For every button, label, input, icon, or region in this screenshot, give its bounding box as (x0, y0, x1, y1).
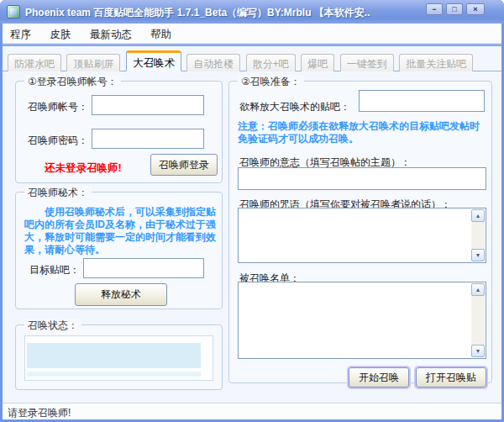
restore-button[interactable]: □ (446, 3, 463, 15)
tab-share-points[interactable]: 散分+吧 (246, 54, 296, 71)
tabstrip: 防灌水吧 顶贴刷屏 大召唤术 自动抢楼 散分+吧 爆吧 一键签到 批量关注贴吧 (3, 50, 501, 71)
summoner-login-button[interactable]: 召唤师登录 (150, 154, 218, 176)
minimize-button[interactable]: − (426, 3, 443, 15)
close-button[interactable]: × (466, 3, 485, 15)
window-title: Phoenix team 百度贴吧全能助手 1.7.1_Beta（编写）BY:M… (25, 6, 370, 20)
tab-batch-follow[interactable]: 批量关注贴吧 (399, 54, 473, 71)
login-group-title: ①登录召唤师帐号： (24, 75, 121, 89)
scroll-up-icon[interactable]: ▲ (471, 283, 485, 296)
tab-one-key-signin[interactable]: 一键签到 (340, 54, 394, 71)
password-input[interactable] (92, 129, 204, 149)
summon-forum-label: 欲释放大召唤术的贴吧： (239, 100, 350, 114)
tab-auto-grab-floor[interactable]: 自动抢楼 (186, 54, 240, 71)
menu-program[interactable]: 程序 (3, 24, 39, 44)
will-input[interactable] (238, 167, 486, 190)
not-logged-in-text: 还未登录召唤师! (45, 161, 122, 176)
status-highlight-band (27, 343, 201, 368)
spell-scrollbar[interactable]: ▲ ▼ (471, 209, 485, 261)
captcha-note: 注意：召唤师必须在欲释放大召唤术的目标贴吧发帖时免验证码才可以成功召唤。 (238, 120, 486, 145)
statusbar-text: 请登录召唤师! (8, 407, 71, 419)
tab-grand-summon[interactable]: 大召唤术 (126, 50, 181, 71)
tab-bump-posts[interactable]: 顶贴刷屏 (66, 54, 120, 71)
scroll-up-icon[interactable]: ▲ (471, 209, 485, 222)
target-forum-input[interactable] (83, 258, 204, 278)
summon-status-group: 召唤状态： (15, 324, 223, 390)
app-icon (7, 5, 20, 18)
secret-group: 召唤师秘术： 使用召唤师秘术后，可以采集到指定贴吧内的所有会员ID及名称，由于秘… (15, 192, 223, 309)
account-input[interactable] (92, 95, 204, 115)
summon-status-list[interactable] (24, 335, 213, 381)
statusbar: 请登录召唤师! (3, 403, 501, 419)
summon-forum-input[interactable] (359, 90, 485, 112)
summon-list-textarea[interactable]: ▲ ▼ (238, 282, 486, 359)
menu-news[interactable]: 最新动态 (82, 24, 139, 44)
secret-group-title: 召唤师秘术： (24, 186, 92, 200)
summon-list-scrollbar[interactable]: ▲ ▼ (471, 283, 485, 357)
login-group: ①登录召唤师帐号： 召唤师帐号： 召唤师密码： 还未登录召唤师! 召唤师登录 (15, 81, 223, 183)
prepare-group: ②召唤准备： 欲释放大召唤术的贴吧： 注意：召唤师必须在欲释放大召唤术的目标贴吧… (228, 81, 492, 383)
prepare-group-title: ②召唤准备： (238, 75, 304, 89)
window-body: 程序 皮肤 最新动态 帮助 防灌水吧 顶贴刷屏 大召唤术 自动抢楼 散分+吧 爆… (3, 24, 501, 419)
app-window: Phoenix team 百度贴吧全能助手 1.7.1_Beta（编写）BY:M… (0, 0, 504, 422)
scroll-down-icon[interactable]: ▼ (471, 345, 485, 357)
password-label: 召唤师密码： (28, 134, 88, 148)
menu-skin[interactable]: 皮肤 (42, 24, 78, 44)
scroll-down-icon[interactable]: ▼ (471, 249, 485, 261)
accent-divider (3, 44, 501, 46)
release-secret-button[interactable]: 释放秘术 (75, 283, 167, 306)
account-label: 召唤师帐号： (28, 100, 88, 114)
summon-status-title: 召唤状态： (24, 319, 81, 333)
start-summon-button[interactable]: 开始召唤 (349, 367, 409, 388)
menubar: 程序 皮肤 最新动态 帮助 (3, 24, 501, 44)
menu-help[interactable]: 帮助 (143, 24, 179, 44)
secret-description: 使用召唤师秘术后，可以采集到指定贴吧内的所有会员ID及名称，由于秘术过于强大，释… (24, 206, 216, 256)
target-forum-label: 目标贴吧： (29, 263, 80, 277)
spell-textarea[interactable]: ▲ ▼ (238, 208, 486, 263)
open-summon-post-button[interactable]: 打开召唤贴 (416, 367, 486, 388)
titlebar: Phoenix team 百度贴吧全能助手 1.7.1_Beta（编写）BY:M… (0, 0, 504, 24)
tab-forum-blast[interactable]: 爆吧 (301, 54, 334, 71)
tab-anti-flood[interactable]: 防灌水吧 (8, 54, 61, 71)
status-highlight-band-2 (27, 372, 201, 377)
